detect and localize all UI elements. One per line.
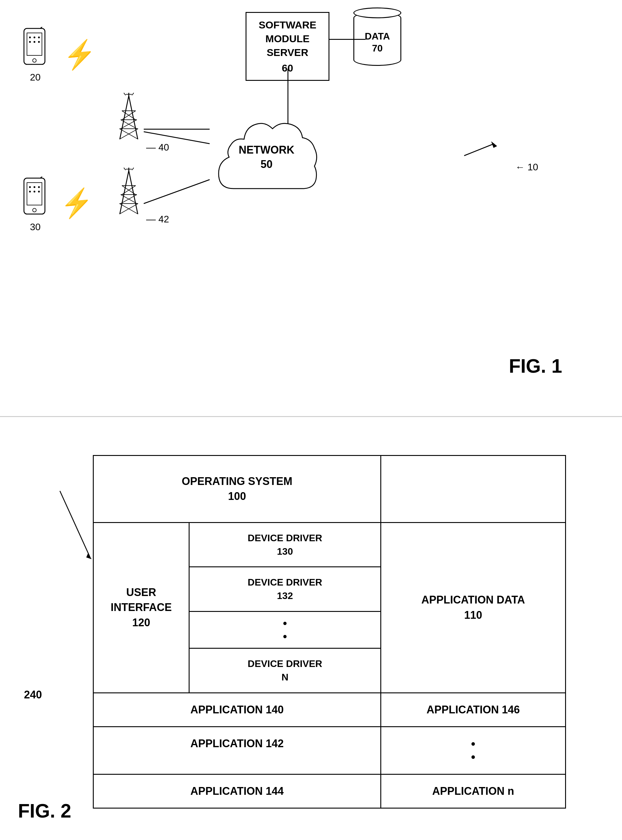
antenna-40 [114,93,144,141]
data-number: 70 [354,43,400,54]
ui-label: USERINTERFACE [110,585,172,615]
svg-marker-3 [491,141,497,148]
row-middle: USERINTERFACE 120 DEVICE DRIVER130 DEVIC… [94,523,565,693]
fig1-ref-arrow: ← 10 [515,162,538,173]
svg-point-47 [34,191,35,192]
appdata-number: 110 [421,608,525,623]
svg-point-38 [38,41,40,43]
os-label: OPERATING SYSTEM [182,475,292,487]
antenna-40-label: — 40 [146,142,169,153]
line-ant40-network [144,129,210,129]
server-label: SOFTWAREMODULESERVER [250,18,326,59]
svg-point-46 [29,191,31,192]
driver-dots: •• [189,612,380,649]
bolt-30: ⚡ [59,186,95,220]
cell-ui: USERINTERFACE 120 [94,523,189,692]
svg-point-36 [29,41,31,43]
os-number: 100 [228,490,246,502]
svg-rect-31 [27,33,42,55]
row-app-140: APPLICATION 140 APPLICATION 146 [94,693,565,727]
svg-line-2 [464,144,494,156]
phone-20 [18,27,51,69]
fig-divider [0,416,622,417]
row-app-142: APPLICATION 142 •• [94,727,565,775]
svg-marker-51 [86,553,91,559]
cell-app-146: APPLICATION 146 [381,693,565,726]
driver-130: DEVICE DRIVER130 [189,523,380,568]
svg-point-33 [29,37,31,38]
cell-appdata: APPLICATION DATA 110 [381,523,565,692]
driver-n: DEVICE DRIVERN [189,649,380,692]
row-app-144: APPLICATION 144 APPLICATION n [94,775,565,808]
data-label: DATA [354,31,400,42]
network-number: 50 [210,158,323,170]
phone-30 [18,177,51,219]
fig2-ref-label: 240 [24,689,42,701]
svg-point-48 [38,191,40,192]
antenna-42-label: — 42 [146,214,169,225]
cell-app-144: APPLICATION 144 [94,775,381,808]
data-cylinder: DATA 70 [354,12,401,66]
svg-point-45 [38,186,40,188]
fig2-diagram-table: OPERATING SYSTEM 100 USERINTERFACE 120 D… [93,455,566,808]
svg-line-18 [129,170,138,214]
svg-line-4 [120,96,129,139]
bolt-20: ⚡ [62,37,98,72]
svg-point-37 [34,41,35,43]
fig2-diagram: FIG. 2 240 OPERATING SYSTEM 100 USERINTE… [0,431,622,840]
antenna-42 [114,167,144,216]
svg-line-50 [60,491,90,557]
svg-line-17 [120,170,129,214]
phone-20-label: 20 [30,72,41,83]
network-label: NETWORK [210,144,323,156]
cell-app-140: APPLICATION 140 [94,693,381,726]
cell-drivers: DEVICE DRIVER130 DEVICE DRIVER132 •• DEV… [189,523,381,692]
svg-line-1 [144,180,210,204]
svg-line-5 [129,96,138,139]
driver-132: DEVICE DRIVER132 [189,567,380,612]
cell-right-top-empty [381,456,565,522]
svg-point-44 [34,186,35,188]
network-cloud: NETWORK 50 [210,105,323,207]
fig1-diagram: SOFTWAREMODULESERVER 60 DATA 70 NETWORK … [0,0,622,413]
fig1-title: FIG. 1 [509,355,562,377]
fig2-title: FIG. 2 [18,800,71,822]
ui-number: 120 [110,615,172,630]
cell-app-n: APPLICATION n [381,775,565,808]
fig2-arrow-svg [0,431,93,760]
row-os: OPERATING SYSTEM 100 [94,456,565,523]
svg-rect-41 [27,183,42,205]
phone-30-label: 30 [30,222,41,233]
cell-app-142: APPLICATION 142 [94,727,381,774]
cell-app-dots: •• [381,727,565,774]
svg-point-34 [34,37,35,38]
cell-os: OPERATING SYSTEM 100 [94,456,381,522]
appdata-label: APPLICATION DATA [421,592,525,607]
svg-point-43 [29,186,31,188]
svg-point-35 [38,37,40,38]
